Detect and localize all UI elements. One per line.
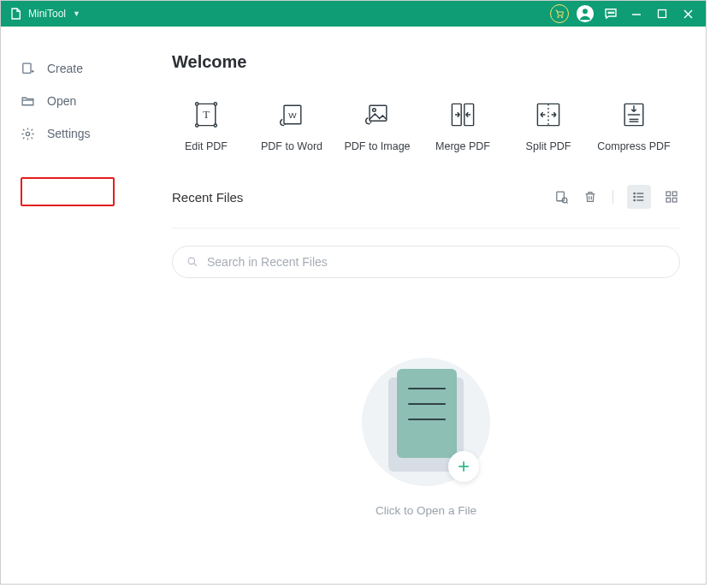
svg-point-3 <box>583 9 588 14</box>
list-view-icon[interactable] <box>627 185 651 209</box>
search-icon <box>186 256 198 268</box>
minimize-button[interactable] <box>625 3 648 25</box>
tool-label: Split PDF <box>526 140 571 152</box>
svg-point-40 <box>634 193 635 193</box>
svg-rect-11 <box>22 63 30 73</box>
svg-point-19 <box>196 124 198 127</box>
tool-edit-pdf[interactable]: T Edit PDF <box>172 98 240 152</box>
document-graphic <box>358 353 494 490</box>
divider <box>172 228 680 229</box>
tool-compress-pdf[interactable]: Compress PDF <box>600 98 668 152</box>
titlebar: MiniTool ▼ <box>1 1 706 27</box>
open-file-drop-area[interactable]: Click to Open a File <box>172 304 680 567</box>
grid-view-icon[interactable] <box>663 188 680 205</box>
sidebar-item-create[interactable]: Create <box>9 52 138 85</box>
account-button[interactable] <box>574 3 596 25</box>
tool-label: Merge PDF <box>435 140 490 152</box>
svg-point-14 <box>26 132 29 135</box>
cart-button[interactable] <box>548 3 571 25</box>
tool-label: PDF to Word <box>261 140 322 152</box>
tool-split-pdf[interactable]: Split PDF <box>514 98 583 152</box>
separator <box>612 190 613 204</box>
sidebar-item-label: Create <box>47 62 83 75</box>
svg-rect-46 <box>672 198 677 202</box>
recent-view-controls <box>553 185 680 209</box>
svg-point-47 <box>188 258 195 264</box>
recent-files-header: Recent Files <box>172 185 680 209</box>
tool-pdf-to-image[interactable]: PDF to Image <box>343 98 411 152</box>
title-dropdown-icon[interactable]: ▼ <box>73 9 80 18</box>
page-title: Welcome <box>172 52 680 72</box>
recent-search-input[interactable] <box>207 255 666 269</box>
compress-pdf-icon <box>617 98 651 132</box>
main-panel: Welcome T Edit PDF <box>146 27 706 584</box>
svg-rect-43 <box>666 192 671 196</box>
tool-row: T Edit PDF W <box>172 98 680 152</box>
svg-rect-8 <box>659 10 666 18</box>
close-button[interactable] <box>677 3 699 25</box>
edit-pdf-icon: T <box>189 98 223 132</box>
svg-point-17 <box>196 103 198 105</box>
svg-point-4 <box>608 12 610 14</box>
maximize-button[interactable] <box>651 3 673 25</box>
gear-icon <box>18 127 37 141</box>
svg-point-24 <box>373 109 376 112</box>
sidebar-item-open[interactable]: Open <box>9 85 138 117</box>
svg-rect-23 <box>370 105 387 121</box>
pdf-to-image-icon <box>360 98 394 132</box>
svg-line-48 <box>194 264 197 266</box>
sidebar-item-settings[interactable]: Settings <box>9 117 138 150</box>
sidebar: Create Open Settings <box>1 27 146 584</box>
split-pdf-icon <box>531 98 565 132</box>
delete-icon[interactable] <box>582 188 599 205</box>
recent-files-title: Recent Files <box>172 190 553 205</box>
tool-pdf-to-word[interactable]: W PDF to Word <box>257 98 326 152</box>
svg-rect-44 <box>672 192 677 196</box>
svg-text:T: T <box>203 109 210 121</box>
open-file-label: Click to Open a File <box>376 504 476 517</box>
svg-point-5 <box>611 12 612 14</box>
sidebar-item-label: Settings <box>47 127 91 140</box>
merge-pdf-icon <box>446 98 480 132</box>
create-icon <box>18 62 37 76</box>
recent-search[interactable] <box>172 246 680 278</box>
tool-label: Compress PDF <box>597 140 670 152</box>
plus-icon <box>448 451 479 482</box>
tool-label: Edit PDF <box>185 140 228 152</box>
pdf-to-word-icon: W <box>275 98 309 132</box>
svg-point-42 <box>634 199 635 200</box>
svg-text:W: W <box>288 110 297 120</box>
history-filter-icon[interactable] <box>553 188 570 205</box>
sidebar-item-label: Open <box>47 94 76 108</box>
svg-point-6 <box>612 12 614 14</box>
svg-point-34 <box>562 198 567 203</box>
svg-point-18 <box>214 103 216 105</box>
feedback-button[interactable] <box>600 3 622 25</box>
open-icon <box>18 94 37 109</box>
app-title: MiniTool <box>28 8 66 20</box>
svg-point-1 <box>561 16 563 18</box>
app-logo-icon <box>8 6 23 21</box>
tool-merge-pdf[interactable]: Merge PDF <box>429 98 497 152</box>
tool-label: PDF to Image <box>344 140 410 152</box>
svg-rect-33 <box>556 192 564 201</box>
svg-rect-45 <box>666 198 671 202</box>
svg-point-20 <box>214 124 216 127</box>
svg-point-0 <box>558 16 559 18</box>
svg-point-41 <box>634 196 635 197</box>
app-window: MiniTool ▼ C <box>0 0 707 585</box>
